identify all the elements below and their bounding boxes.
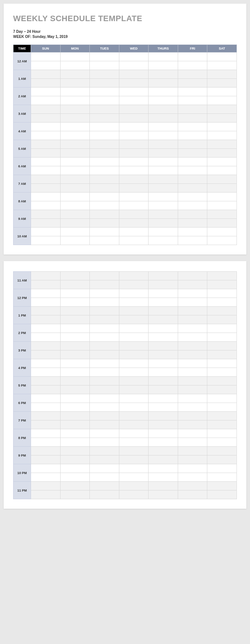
schedule-cell[interactable] (119, 79, 149, 88)
schedule-cell[interactable] (149, 140, 178, 149)
schedule-cell[interactable] (149, 61, 178, 70)
schedule-cell[interactable] (178, 315, 207, 324)
schedule-cell[interactable] (119, 210, 149, 219)
schedule-cell[interactable] (60, 272, 90, 280)
schedule-cell[interactable] (60, 490, 90, 499)
schedule-cell[interactable] (60, 359, 90, 368)
schedule-cell[interactable] (119, 298, 149, 307)
schedule-cell[interactable] (178, 201, 207, 210)
schedule-cell[interactable] (119, 455, 149, 464)
schedule-cell[interactable] (90, 482, 119, 490)
schedule-cell[interactable] (31, 455, 61, 464)
schedule-cell[interactable] (60, 184, 90, 193)
schedule-cell[interactable] (207, 149, 237, 158)
schedule-cell[interactable] (90, 438, 119, 447)
schedule-cell[interactable] (60, 333, 90, 342)
schedule-cell[interactable] (149, 394, 178, 403)
schedule-cell[interactable] (149, 307, 178, 315)
schedule-cell[interactable] (149, 377, 178, 385)
schedule-cell[interactable] (60, 61, 90, 70)
schedule-cell[interactable] (31, 219, 61, 228)
schedule-cell[interactable] (178, 228, 207, 236)
schedule-cell[interactable] (207, 377, 237, 385)
schedule-cell[interactable] (178, 324, 207, 333)
schedule-cell[interactable] (90, 342, 119, 350)
schedule-cell[interactable] (90, 61, 119, 70)
schedule-cell[interactable] (119, 201, 149, 210)
schedule-cell[interactable] (149, 210, 178, 219)
schedule-cell[interactable] (119, 464, 149, 473)
schedule-cell[interactable] (149, 158, 178, 166)
schedule-cell[interactable] (31, 158, 61, 166)
schedule-cell[interactable] (60, 70, 90, 79)
schedule-cell[interactable] (149, 350, 178, 359)
schedule-cell[interactable] (178, 368, 207, 377)
schedule-cell[interactable] (31, 175, 61, 184)
schedule-cell[interactable] (149, 272, 178, 280)
schedule-cell[interactable] (90, 464, 119, 473)
schedule-cell[interactable] (178, 210, 207, 219)
schedule-cell[interactable] (31, 184, 61, 193)
schedule-cell[interactable] (90, 228, 119, 236)
schedule-cell[interactable] (149, 429, 178, 438)
schedule-cell[interactable] (31, 403, 61, 412)
schedule-cell[interactable] (149, 228, 178, 236)
schedule-cell[interactable] (207, 88, 237, 96)
schedule-cell[interactable] (207, 70, 237, 79)
schedule-cell[interactable] (31, 79, 61, 88)
schedule-cell[interactable] (149, 79, 178, 88)
schedule-cell[interactable] (31, 464, 61, 473)
schedule-cell[interactable] (178, 131, 207, 140)
schedule-cell[interactable] (60, 114, 90, 123)
schedule-cell[interactable] (31, 307, 61, 315)
schedule-cell[interactable] (90, 114, 119, 123)
schedule-cell[interactable] (207, 447, 237, 455)
schedule-cell[interactable] (149, 412, 178, 420)
schedule-cell[interactable] (149, 131, 178, 140)
schedule-cell[interactable] (90, 88, 119, 96)
schedule-cell[interactable] (31, 350, 61, 359)
schedule-cell[interactable] (178, 289, 207, 298)
schedule-cell[interactable] (119, 61, 149, 70)
schedule-cell[interactable] (149, 193, 178, 201)
schedule-cell[interactable] (31, 228, 61, 236)
schedule-cell[interactable] (90, 490, 119, 499)
schedule-cell[interactable] (149, 96, 178, 105)
schedule-cell[interactable] (207, 193, 237, 201)
schedule-cell[interactable] (60, 447, 90, 455)
schedule-cell[interactable] (149, 455, 178, 464)
schedule-cell[interactable] (90, 429, 119, 438)
schedule-cell[interactable] (149, 490, 178, 499)
schedule-cell[interactable] (178, 105, 207, 114)
schedule-cell[interactable] (119, 70, 149, 79)
schedule-cell[interactable] (178, 140, 207, 149)
schedule-cell[interactable] (207, 490, 237, 499)
schedule-cell[interactable] (90, 315, 119, 324)
schedule-cell[interactable] (60, 350, 90, 359)
schedule-cell[interactable] (31, 473, 61, 482)
schedule-cell[interactable] (207, 368, 237, 377)
schedule-cell[interactable] (90, 350, 119, 359)
schedule-cell[interactable] (119, 377, 149, 385)
schedule-cell[interactable] (178, 307, 207, 315)
schedule-cell[interactable] (207, 79, 237, 88)
schedule-cell[interactable] (178, 149, 207, 158)
schedule-cell[interactable] (119, 289, 149, 298)
schedule-cell[interactable] (60, 131, 90, 140)
schedule-cell[interactable] (60, 368, 90, 377)
schedule-cell[interactable] (207, 53, 237, 61)
schedule-cell[interactable] (207, 131, 237, 140)
schedule-cell[interactable] (119, 368, 149, 377)
schedule-cell[interactable] (60, 193, 90, 201)
schedule-cell[interactable] (31, 412, 61, 420)
schedule-cell[interactable] (31, 53, 61, 61)
schedule-cell[interactable] (119, 385, 149, 394)
schedule-cell[interactable] (60, 228, 90, 236)
schedule-cell[interactable] (119, 236, 149, 245)
schedule-cell[interactable] (119, 175, 149, 184)
schedule-cell[interactable] (178, 184, 207, 193)
schedule-cell[interactable] (207, 464, 237, 473)
schedule-cell[interactable] (60, 289, 90, 298)
schedule-cell[interactable] (60, 429, 90, 438)
schedule-cell[interactable] (90, 219, 119, 228)
